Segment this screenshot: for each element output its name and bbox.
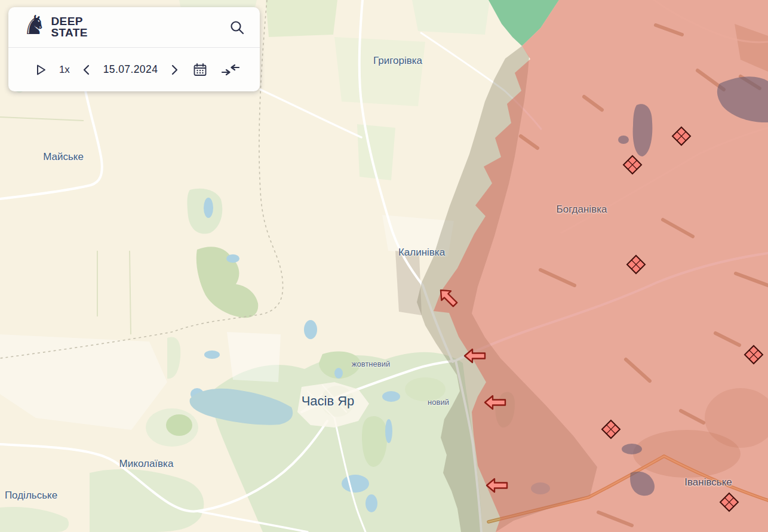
search-icon [229,20,245,35]
timeline-controls-row: 1x 15.07.2024 [8,48,260,91]
brand-wordmark: DEEP STATE [51,16,87,38]
play-icon [35,64,47,76]
calendar-button[interactable] [191,61,209,79]
jump-to-latest-button[interactable] [219,61,242,79]
previous-day-button[interactable] [80,62,93,78]
current-date[interactable]: 15.07.2024 [103,63,158,76]
brand-line2: STATE [51,27,87,38]
next-day-button[interactable] [168,62,181,78]
chevron-left-icon [82,64,91,76]
calendar-icon [193,63,207,77]
control-panel: ♞ DEEP STATE 1x [8,7,260,91]
search-button[interactable] [228,18,247,37]
playback-speed[interactable]: 1x [59,64,70,76]
converging-arrows-icon [221,63,240,77]
chevron-right-icon [170,64,179,76]
deepstate-map-app: ГригорівкаМайськеКалинівкаБогданівкаЧасі… [0,0,768,532]
play-button[interactable] [33,62,49,78]
deepstate-logo-icon: ♞ [23,12,46,38]
brand-line1: DEEP [51,16,87,27]
panel-header-row: ♞ DEEP STATE [8,7,260,48]
